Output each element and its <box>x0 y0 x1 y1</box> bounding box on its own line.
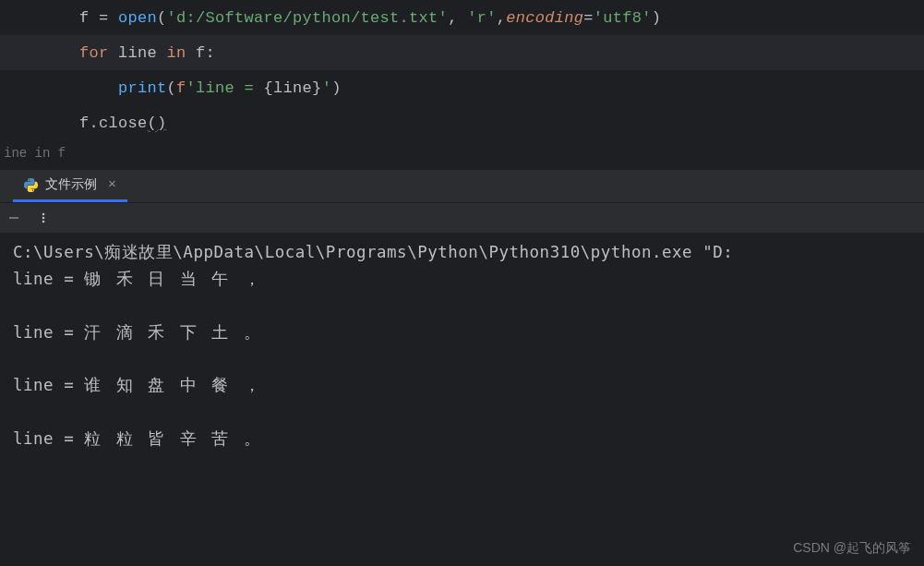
console-output-line: line = 粒 粒 皆 辛 苦 。 <box>13 428 911 451</box>
svg-point-1 <box>42 213 45 216</box>
run-tab-active[interactable]: 文件示例 × <box>13 170 127 202</box>
svg-point-2 <box>42 217 45 220</box>
code-line[interactable]: for line in f: <box>0 35 924 70</box>
console-output[interactable]: C:\Users\痴迷故里\AppData\Local\Programs\Pyt… <box>0 234 924 488</box>
run-tabs-bar: 文件示例 × <box>0 169 924 202</box>
console-command: C:\Users\痴迷故里\AppData\Local\Programs\Pyt… <box>13 241 911 264</box>
console-output-line: line = 锄 禾 日 当 午 ， <box>13 268 911 291</box>
console-output-line: line = 谁 知 盘 中 餐 ， <box>13 374 911 397</box>
breadcrumb: ine in f <box>0 140 924 169</box>
code-content[interactable]: for line in f: <box>30 44 215 62</box>
code-content[interactable]: print(f'line = {line}') <box>30 79 342 97</box>
code-content[interactable]: f.close() <box>30 114 167 132</box>
minimize-icon[interactable] <box>7 211 20 224</box>
close-icon[interactable]: × <box>108 177 116 193</box>
svg-point-3 <box>42 221 45 223</box>
console-toolbar <box>0 202 924 234</box>
code-line[interactable]: f.close() <box>0 105 924 140</box>
svg-rect-0 <box>9 217 18 219</box>
code-editor[interactable]: f = open('d:/Software/python/test.txt', … <box>0 0 924 140</box>
code-content[interactable]: f = open('d:/Software/python/test.txt', … <box>30 9 661 27</box>
run-tab-label: 文件示例 <box>45 176 97 193</box>
more-icon[interactable] <box>37 211 50 224</box>
console-output-line: line = 汗 滴 禾 下 土 。 <box>13 321 911 344</box>
watermark: CSDN @起飞的风筝 <box>793 540 911 557</box>
python-file-icon <box>24 178 38 192</box>
code-line[interactable]: print(f'line = {line}') <box>0 70 924 105</box>
code-line[interactable]: f = open('d:/Software/python/test.txt', … <box>0 0 924 35</box>
